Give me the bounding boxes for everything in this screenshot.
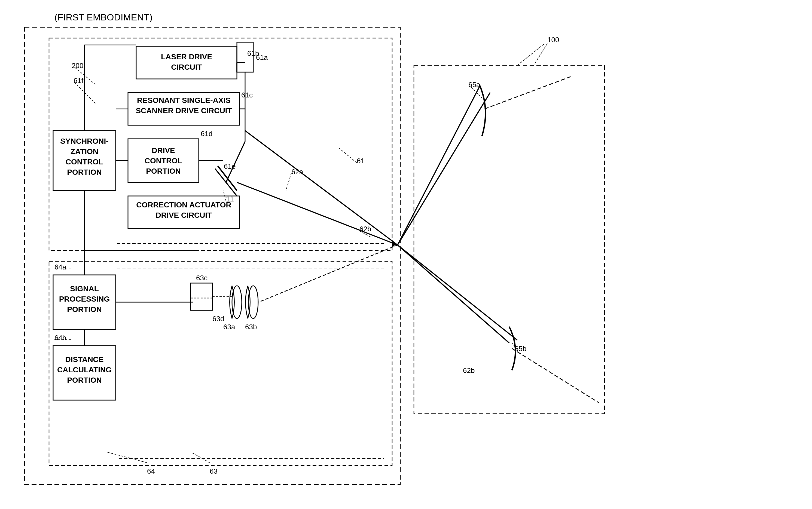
- correction-actuator-label2: DRIVE CIRCUIT: [156, 211, 212, 219]
- ref-61f: 61f: [73, 76, 84, 84]
- drive-control-label3: PORTION: [146, 167, 181, 175]
- svg-rect-36: [191, 283, 213, 310]
- distance-calc-label3: PORTION: [67, 376, 102, 384]
- svg-line-42: [191, 452, 210, 463]
- ref-61e: 61e: [224, 162, 235, 170]
- svg-line-32: [517, 43, 545, 65]
- ref-11: 11: [226, 195, 234, 203]
- svg-line-27: [397, 93, 490, 245]
- ref-64: 64: [147, 467, 155, 475]
- sync-control-label1: SYNCHRONI-: [60, 137, 108, 145]
- ref-64a: 64a: [55, 263, 66, 271]
- svg-line-40: [259, 245, 397, 302]
- sync-control-label2: ZATION: [70, 147, 98, 156]
- svg-rect-31: [414, 65, 605, 414]
- svg-line-26: [237, 182, 397, 245]
- correction-actuator-label1: CORRECTION ACTUATOR: [136, 201, 231, 209]
- svg-line-30: [485, 76, 572, 109]
- svg-marker-53: [392, 240, 396, 248]
- ref-100: 100: [547, 36, 559, 44]
- ref-61c: 61c: [241, 91, 253, 99]
- svg-line-28: [397, 245, 517, 340]
- drive-control-label2: CONTROL: [144, 157, 182, 165]
- resonant-scanner-label1: RESONANT SINGLE-AXIS: [137, 96, 231, 104]
- drive-control-label1: DRIVE: [152, 146, 175, 155]
- laser-drive-circuit-label: LASER DRIVE: [161, 53, 212, 61]
- diagram: (FIRST EMBODIMENT) LASER DRIVE CIRCUIT R…: [0, 0, 812, 509]
- resonant-scanner-label2: SCANNER DRIVE CIRCUIT: [136, 106, 232, 115]
- svg-rect-4: [117, 268, 384, 459]
- svg-line-24: [226, 141, 245, 182]
- svg-line-35: [245, 131, 397, 245]
- ref-63: 63: [210, 467, 218, 475]
- svg-line-33: [397, 87, 479, 245]
- ref-63b: 63b: [245, 323, 257, 331]
- page-title: (FIRST EMBODIMENT): [55, 12, 153, 22]
- signal-processing-label2: PROCESSING: [59, 295, 110, 303]
- ref-61: 61: [357, 157, 365, 165]
- ref-63c: 63c: [196, 274, 207, 282]
- ref-62b-bot: 62b: [463, 366, 475, 375]
- svg-line-41: [106, 452, 147, 463]
- sync-control-label4: PORTION: [67, 168, 102, 176]
- distance-calc-label1: DISTANCE: [65, 355, 103, 364]
- distance-calc-label2: CALCULATING: [57, 366, 111, 374]
- ref-65a: 65a: [468, 80, 480, 89]
- laser-drive-circuit-label2: CIRCUIT: [171, 63, 202, 71]
- svg-line-25: [215, 169, 237, 196]
- ref-63a: 63a: [223, 323, 235, 331]
- svg-line-47: [286, 173, 291, 191]
- ref-200: 200: [72, 62, 83, 70]
- ref-64b: 64b: [55, 334, 66, 342]
- ref-63d: 63d: [213, 315, 224, 323]
- svg-line-34: [397, 245, 509, 343]
- sync-control-label3: CONTROL: [66, 158, 103, 166]
- svg-rect-0: [25, 27, 400, 484]
- ref-61d: 61d: [201, 130, 213, 138]
- ref-62a: 62a: [291, 168, 303, 176]
- svg-line-29: [512, 348, 599, 403]
- signal-processing-label3: PORTION: [67, 305, 102, 313]
- svg-rect-5: [136, 46, 237, 79]
- ref-61a: 61a: [256, 53, 268, 62]
- signal-processing-label1: SIGNAL: [70, 284, 99, 293]
- svg-line-46: [338, 147, 357, 163]
- svg-line-57: [74, 82, 95, 103]
